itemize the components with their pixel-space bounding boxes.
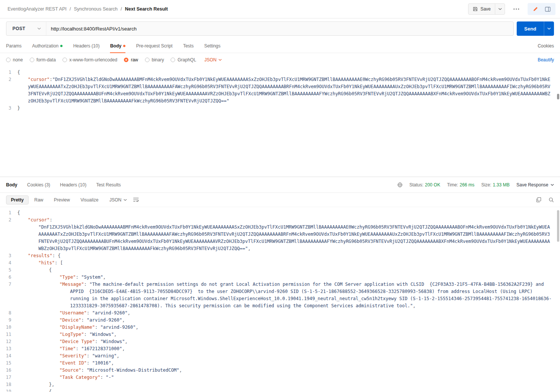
send-button[interactable]: Send	[517, 21, 544, 36]
code-line: 19{	[0, 388, 560, 392]
send-options-button[interactable]	[544, 21, 554, 36]
panel-toggle-group	[528, 3, 555, 15]
code-line: 17"Task Category": "-"	[0, 374, 560, 381]
authorization-status-dot	[60, 45, 63, 47]
save-response-button[interactable]: Save Response	[516, 182, 554, 188]
beautify-link[interactable]: Beautify	[538, 57, 554, 63]
code-line: 1{	[0, 209, 560, 217]
method-select[interactable]: POST	[6, 22, 46, 35]
response-tab-test-results[interactable]: Test Results	[96, 182, 121, 188]
url-bar: POST http://localhost:8400/RestAPI/v1/se…	[6, 21, 514, 36]
tab-settings[interactable]: Settings	[204, 39, 220, 53]
code-line: 1{	[0, 69, 560, 76]
breadcrumb-separator: /	[121, 6, 122, 12]
code-line: 9"Device": "arvind-9260",	[0, 317, 560, 324]
radio-icon	[145, 58, 150, 62]
network-icon[interactable]	[397, 182, 403, 188]
mode-graphql[interactable]: GraphQL	[171, 57, 196, 63]
response-tab-body[interactable]: Body	[6, 182, 17, 188]
tab-headers[interactable]: Headers (10)	[73, 39, 99, 53]
tab-authorization[interactable]: Authorization	[32, 39, 63, 53]
save-icon	[473, 6, 478, 12]
code-line: 15"Event ID": "10016",	[0, 360, 560, 367]
tab-pre-request-script[interactable]: Pre-request Script	[136, 39, 172, 53]
radio-selected-icon	[124, 58, 128, 62]
tab-params[interactable]: Params	[6, 39, 21, 53]
mode-form-data[interactable]: form-data	[30, 57, 56, 63]
tab-body[interactable]: Body	[110, 39, 125, 53]
response-toolbar: Pretty Raw Preview Visualize JSON	[0, 193, 560, 207]
response-tabs: Body Cookies (3) Headers (10) Test Resul…	[6, 182, 121, 188]
mode-raw[interactable]: raw	[124, 57, 138, 63]
view-pretty[interactable]: Pretty	[6, 195, 29, 204]
code-line: 11"LogType": "Windows",	[0, 331, 560, 338]
url-input[interactable]: http://localhost:8400/RestAPI/v1/search	[46, 22, 513, 35]
save-split-button: Save	[468, 3, 505, 15]
response-editor-scrollbar[interactable]	[557, 210, 559, 242]
breadcrumb-separator: /	[70, 6, 71, 12]
edit-button[interactable]	[531, 5, 540, 13]
chevron-down-icon	[551, 184, 554, 186]
pencil-icon	[533, 6, 538, 12]
time-badge: Time: 266 ms	[447, 182, 475, 188]
code-line: 2"cursor":"DnF1ZXJ5VGhlbkZldGNoDwAAAAAAA…	[0, 76, 560, 105]
mode-x-www-form-urlencoded[interactable]: x-www-form-urlencoded	[63, 57, 117, 63]
request-editor-scrollbar[interactable]	[557, 94, 559, 99]
response-tab-cookies[interactable]: Cookies (3)	[27, 182, 50, 188]
response-language-select[interactable]: JSON	[110, 197, 127, 203]
search-icon[interactable]	[549, 197, 554, 203]
code-line: 2"cursor":"DnF1ZXJ5VGhlbkZldGNoDwAAAAAAA…	[0, 217, 560, 252]
code-line: 8"Username": "arvind-9260",	[0, 310, 560, 317]
response-view-switcher: Pretty Raw Preview Visualize	[6, 195, 104, 204]
code-line: 14"Severity": "warning",	[0, 352, 560, 360]
code-line: 4"hits": [	[0, 259, 560, 267]
tab-tests[interactable]: Tests	[183, 39, 194, 53]
save-options-button[interactable]	[495, 4, 505, 14]
chevron-down-icon	[547, 27, 551, 30]
cookies-link[interactable]: Cookies	[538, 43, 554, 49]
code-line: 12"Device Type": "Windows",	[0, 338, 560, 345]
chevron-down-icon	[37, 27, 41, 30]
chevron-down-icon	[124, 199, 127, 201]
view-raw[interactable]: Raw	[29, 195, 48, 204]
code-line: 7"Message": "The machine-default permiss…	[0, 281, 560, 310]
breadcrumb-folder[interactable]: Synchronous Search	[74, 6, 117, 12]
view-visualize[interactable]: Visualize	[76, 195, 104, 204]
mode-none[interactable]: none	[6, 57, 23, 63]
breadcrumb-request: Next Search Result	[125, 6, 168, 12]
response-toolbar-actions	[536, 197, 554, 203]
wrap-text-icon[interactable]	[133, 197, 139, 202]
code-line: 13"Time": "1672128371000",	[0, 345, 560, 352]
chevron-down-icon	[218, 59, 222, 61]
layout-toggle-button[interactable]	[543, 5, 552, 13]
breadcrumb: EventlogAnalyzer REST API / Synchronous …	[8, 6, 168, 12]
app-header: EventlogAnalyzer REST API / Synchronous …	[0, 0, 560, 18]
chevron-down-icon	[498, 8, 502, 10]
ellipsis-icon	[513, 8, 519, 10]
header-actions: Save	[468, 3, 555, 15]
body-mode-bar: none form-data x-www-form-urlencoded raw…	[0, 53, 560, 67]
status-badge: Status: 200 OK	[409, 182, 440, 188]
request-body-editor[interactable]: 1{2"cursor":"DnF1ZXJ5VGhlbkZldGNoDwAAAAA…	[0, 67, 560, 177]
response-body-editor[interactable]: 1{2"cursor":"DnF1ZXJ5VGhlbkZldGNoDwAAAAA…	[0, 207, 560, 392]
radio-icon	[171, 58, 175, 62]
code-line: 5{	[0, 267, 560, 274]
more-actions-button[interactable]	[511, 4, 522, 14]
response-meta: Status: 200 OK Time: 266 ms Size: 1.33 M…	[397, 182, 554, 188]
copy-icon[interactable]	[536, 197, 541, 203]
send-split-button: Send	[517, 21, 554, 36]
save-button-label: Save	[481, 6, 491, 12]
raw-language-select[interactable]: JSON	[204, 57, 222, 63]
save-button[interactable]: Save	[468, 4, 495, 14]
response-header: Body Cookies (3) Headers (10) Test Resul…	[0, 177, 560, 193]
request-body-code: 1{2"cursor":"DnF1ZXJ5VGhlbkZldGNoDwAAAAA…	[0, 67, 560, 112]
request-url-row: POST http://localhost:8400/RestAPI/v1/se…	[0, 18, 560, 39]
response-tab-headers[interactable]: Headers (10)	[60, 182, 86, 188]
code-line: 10"DisplayName": "arvind-9260",	[0, 324, 560, 331]
radio-icon	[63, 58, 67, 62]
mode-binary[interactable]: binary	[145, 57, 164, 63]
code-line: 3}	[0, 105, 560, 112]
breadcrumb-collection[interactable]: EventlogAnalyzer REST API	[8, 6, 67, 12]
split-panel-icon	[545, 7, 551, 12]
view-preview[interactable]: Preview	[49, 195, 75, 204]
